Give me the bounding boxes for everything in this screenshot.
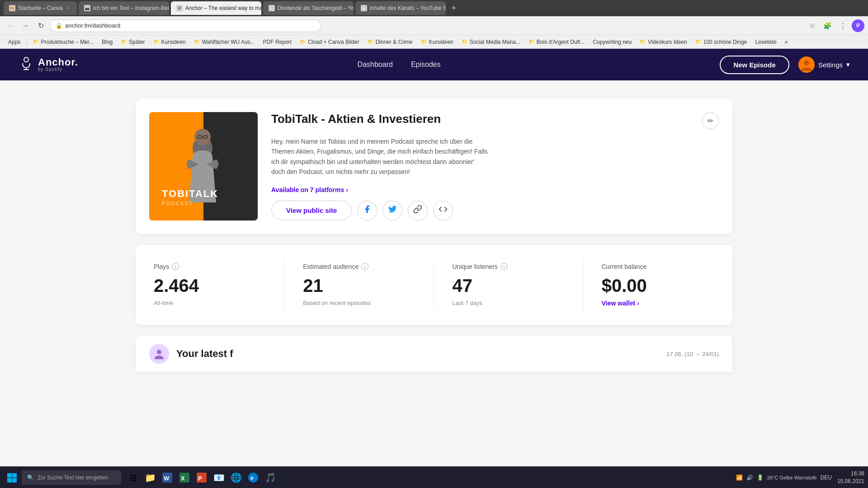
facebook-share-button[interactable]: [357, 201, 377, 221]
plays-info-icon[interactable]: i: [172, 263, 179, 270]
edit-podcast-button[interactable]: ✏: [702, 112, 719, 129]
svg-text:W: W: [164, 475, 170, 482]
browser-chrome: 🎨 Startseite – Canva ✕ 📷 Ich bin ein Tex…: [0, 0, 868, 49]
taskbar-powerpoint[interactable]: P: [193, 469, 210, 486]
taskbar-date: 15.06.2021: [837, 478, 864, 485]
taskbar-mail[interactable]: 📧: [211, 469, 227, 486]
bookmark-cload[interactable]: Cload + Canva Bilder: [296, 38, 363, 47]
bookmark-apps[interactable]: Apps: [5, 38, 24, 47]
start-button[interactable]: [4, 469, 20, 486]
back-button[interactable]: ←: [4, 19, 16, 32]
podcast-title: TobiTalk - Aktien & Investieren: [271, 112, 441, 126]
settings-button[interactable]: Settings ▾: [798, 56, 850, 73]
taskbar-edge[interactable]: e: [245, 469, 261, 486]
stat-listeners-value: 47: [453, 276, 565, 296]
browser-menu-icon[interactable]: ⋮: [836, 19, 849, 32]
link-icon: [413, 205, 422, 216]
taskbar-search-placeholder: Zur Suche Text hier eingeben: [38, 474, 108, 481]
profile-button[interactable]: P: [852, 19, 864, 32]
twitter-icon: [388, 205, 397, 216]
taskbar-language: DEU: [821, 474, 832, 481]
podcast-cover: TOBITALK PODCAST: [149, 112, 258, 221]
extensions-icon[interactable]: 🧩: [821, 19, 834, 32]
stat-balance-value: $0.00: [602, 276, 714, 296]
taskbar-excel[interactable]: X: [176, 469, 193, 486]
bookmark-spaeter[interactable]: Später: [117, 38, 148, 47]
taskbar-task-view[interactable]: ⊞: [125, 469, 141, 486]
bookmark-leseliste[interactable]: Leseliste: [751, 38, 780, 47]
view-public-site-button[interactable]: View public site: [271, 201, 352, 220]
tab-title-3: Anchor – The easiest way to mai...: [185, 5, 261, 11]
tab-favicon-5: ▶: [361, 5, 367, 11]
twitter-share-button[interactable]: [382, 201, 402, 221]
svg-text:P: P: [198, 475, 202, 482]
stat-audience-label: Estimated audience: [303, 263, 359, 270]
reload-button[interactable]: ↻: [34, 19, 47, 32]
tab-favicon-2: 📷: [84, 5, 90, 11]
browser-tab-2[interactable]: 📷 Ich bin ein Text – Instagram-Bei... ✕: [79, 1, 169, 15]
embed-button[interactable]: [433, 201, 453, 221]
header-right: New Episode Settings ▾: [720, 56, 850, 74]
bookmark-produktsuche[interactable]: Produktsuche – Mer...: [29, 38, 97, 47]
stat-audience-value: 21: [303, 276, 415, 296]
bookmark-more[interactable]: »: [781, 38, 792, 47]
settings-label: Settings: [818, 61, 843, 69]
tab-close-1[interactable]: ✕: [66, 5, 71, 12]
bookmark-dinner[interactable]: Dinner & Crime: [364, 38, 416, 47]
svg-rect-14: [7, 473, 12, 478]
bookmark-kursideen2[interactable]: Kursideen: [417, 38, 457, 47]
view-wallet-link[interactable]: View wallet ›: [602, 300, 714, 307]
stat-plays-value: 2.464: [154, 276, 266, 296]
anchor-logo-icon: [18, 55, 34, 75]
stat-plays: Plays i 2.464 All-time: [136, 258, 285, 311]
podcast-info: TobiTalk - Aktien & Investieren ✏ Hey, m…: [271, 112, 719, 221]
bookmark-blog[interactable]: Blog: [98, 38, 116, 47]
platforms-arrow-icon: ›: [346, 186, 348, 193]
listeners-info-icon[interactable]: i: [500, 263, 508, 270]
browser-tab-1[interactable]: 🎨 Startseite – Canva ✕: [4, 1, 77, 15]
bookmark-socialmedia[interactable]: Social Media Mana...: [458, 38, 524, 47]
platforms-link[interactable]: Available on 7 platforms ›: [271, 186, 719, 193]
taskbar-apps: ⊞ 📁 W X P 📧 🌐 e �: [125, 469, 278, 486]
taskbar-word[interactable]: W: [159, 469, 175, 486]
bookmark-copywriting[interactable]: Copywriting neu: [589, 38, 635, 47]
nav-dashboard[interactable]: Dashboard: [358, 61, 393, 69]
new-episode-button[interactable]: New Episode: [720, 56, 789, 74]
bookmark-bois[interactable]: Bois d'Argent Duft...: [525, 38, 588, 47]
settings-avatar: [798, 56, 815, 73]
stat-balance-label: Current balance: [602, 263, 647, 270]
bookmark-star-icon[interactable]: ☆: [806, 19, 818, 32]
taskbar-chrome[interactable]: 🌐: [228, 469, 244, 486]
taskbar-explorer[interactable]: 📁: [142, 469, 158, 486]
taskbar-search-field[interactable]: 🔍 Zur Suche Text hier eingeben: [22, 470, 121, 485]
taskbar-time: 16:38: [837, 470, 864, 478]
bookmark-pdfreport[interactable]: PDF Report: [259, 38, 295, 47]
settings-chevron-icon: ▾: [846, 61, 850, 69]
lock-icon: 🔒: [56, 23, 62, 29]
copy-link-button[interactable]: [408, 201, 428, 221]
podcast-cover-content: TOBITALK PODCAST: [155, 112, 258, 213]
taskbar-volume-icon: 🔊: [746, 474, 753, 481]
audience-info-icon[interactable]: i: [361, 263, 368, 270]
new-tab-button[interactable]: +: [448, 2, 460, 14]
svg-text:e: e: [250, 475, 254, 481]
browser-tab-4[interactable]: ▶ Dividende als Taschengeld – You... ✕: [263, 1, 354, 15]
stat-audience-label-row: Estimated audience i: [303, 263, 415, 270]
bottom-avatar: [149, 344, 169, 364]
bookmark-100dinge[interactable]: 100 schöne Dinge: [692, 38, 751, 47]
bookmark-wahlfaecher[interactable]: Wahlfächer WU Aus...: [190, 38, 259, 47]
tab-title-5: Inhalte des Kanals – YouTube Stu...: [370, 5, 446, 11]
taskbar-battery-icon: 🔋: [757, 474, 764, 481]
bookmark-kursideen1[interactable]: Kursideen: [150, 38, 189, 47]
forward-button[interactable]: →: [19, 19, 32, 32]
browser-tab-3[interactable]: 🎙 Anchor – The easiest way to mai... ✕: [171, 1, 261, 15]
nav-episodes[interactable]: Episodes: [411, 61, 441, 69]
app-wrapper: Anchor. by Spotify Dashboard Episodes Ne…: [0, 49, 868, 488]
taskbar-spotify[interactable]: 🎵: [262, 469, 278, 486]
svg-rect-17: [12, 478, 17, 483]
browser-tab-5[interactable]: ▶ Inhalte des Kanals – YouTube Stu... ✕: [355, 1, 446, 15]
address-bar[interactable]: 🔒 anchor.fm/dashboard: [50, 19, 321, 32]
edit-pencil-icon: ✏: [708, 117, 713, 125]
view-wallet-label: View wallet: [602, 300, 635, 307]
bookmark-videokurs[interactable]: Videokurs Ideen: [636, 38, 691, 47]
